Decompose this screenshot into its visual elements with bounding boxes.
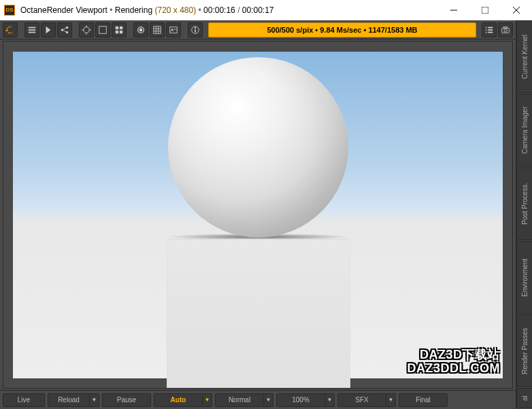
svg-point-33 (195, 27, 196, 29)
side-tabs: Current Kernel Camera Imager Post Proces… (516, 20, 532, 409)
reload-button[interactable]: Reload (48, 393, 90, 407)
svg-rect-20 (116, 30, 118, 33)
svg-point-8 (66, 26, 69, 29)
title-time-total: 00:00:17 (242, 5, 274, 15)
grid-button[interactable] (150, 22, 165, 37)
pause-button[interactable]: Pause (102, 393, 151, 407)
svg-rect-5 (29, 29, 36, 31)
zoom-dropdown[interactable]: ▼ (325, 393, 335, 407)
info-button[interactable] (188, 22, 203, 37)
svg-point-12 (84, 27, 90, 33)
tab-post-process[interactable]: Post Process. (516, 167, 532, 240)
svg-rect-1 (482, 7, 488, 14)
zoom-button[interactable]: 100% (276, 393, 325, 407)
grid4-button[interactable] (112, 22, 127, 37)
options-list-button[interactable] (482, 22, 497, 37)
camera-button[interactable] (498, 22, 513, 37)
svg-line-10 (63, 28, 66, 29)
list-button[interactable] (24, 22, 39, 37)
tab-camera-imager[interactable]: Camera Imager (516, 94, 532, 167)
normal-button[interactable]: Normal (215, 393, 264, 407)
svg-rect-17 (99, 26, 107, 33)
svg-line-11 (63, 30, 66, 31)
sfx-dropdown[interactable]: ▼ (386, 393, 396, 407)
title-app: OctaneRender Viewport (20, 5, 107, 15)
tab-environment[interactable]: Environment (516, 241, 532, 314)
svg-point-23 (139, 29, 142, 31)
sfx-button[interactable]: SFX (337, 393, 386, 407)
svg-rect-24 (154, 26, 161, 33)
svg-rect-39 (488, 31, 493, 33)
close-button[interactable] (501, 0, 532, 20)
tab-partial[interactable]: al (516, 388, 532, 408)
svg-rect-35 (488, 27, 493, 28)
svg-rect-37 (488, 29, 493, 31)
window-titlebar: DS OctaneRender Viewport • Rendering (72… (0, 0, 532, 20)
record-button[interactable] (133, 22, 148, 37)
render-viewport[interactable]: DAZ3D下载站 DAZ3DDL.COM (13, 52, 503, 378)
final-button[interactable]: Final (399, 393, 448, 407)
svg-rect-4 (29, 27, 36, 28)
normal-dropdown[interactable]: ▼ (264, 393, 273, 407)
top-toolbar: 500/500 s/pix • 9.84 Ms/sec • 1147/1583 … (0, 20, 516, 39)
render-status-bar: 500/500 s/pix • 9.84 Ms/sec • 1147/1583 … (208, 22, 476, 37)
share-button[interactable] (57, 22, 72, 37)
svg-rect-6 (29, 31, 36, 33)
title-time-elapsed: 00:00:16 (203, 5, 235, 15)
bottom-toolbar: Live Reload ▼ Pause Auto ▼ Normal ▼ 100%… (0, 390, 516, 409)
tab-current-kernel[interactable]: Current Kernel (516, 20, 532, 93)
arrow-right-button[interactable] (41, 22, 56, 37)
tab-render-passes[interactable]: Render Passes (516, 314, 532, 387)
svg-rect-18 (116, 26, 118, 29)
render-cube (167, 239, 350, 389)
frame-button[interactable] (95, 22, 110, 37)
maximize-button[interactable] (469, 0, 501, 20)
auto-dropdown[interactable]: ▼ (203, 393, 212, 407)
render-sphere (168, 57, 348, 238)
reload-dropdown[interactable]: ▼ (90, 393, 99, 407)
svg-rect-42 (503, 27, 507, 28)
svg-point-7 (61, 29, 64, 31)
live-button[interactable]: Live (3, 393, 45, 407)
svg-point-36 (486, 29, 487, 31)
minimize-button[interactable] (438, 0, 469, 20)
svg-rect-21 (120, 30, 122, 33)
svg-point-34 (486, 27, 487, 28)
target-button[interactable] (79, 22, 94, 37)
svg-rect-29 (170, 27, 178, 33)
title-dimensions: (720 x 480) (154, 5, 196, 15)
svg-point-9 (66, 31, 69, 33)
auto-button[interactable]: Auto (154, 393, 203, 407)
watermark: DAZ3D下载站 DAZ3DDL.COM (408, 348, 501, 376)
image-button[interactable] (166, 22, 181, 37)
svg-rect-19 (120, 26, 122, 29)
window-title: OctaneRender Viewport • Rendering (720 x… (20, 5, 438, 15)
viewport-container: DAZ3D下载站 DAZ3DDL.COM (3, 41, 513, 389)
svg-point-38 (486, 31, 487, 33)
title-status: Rendering (115, 5, 152, 15)
svg-point-41 (504, 29, 507, 31)
app-icon: DS (4, 5, 15, 16)
refresh-button[interactable] (3, 22, 18, 37)
